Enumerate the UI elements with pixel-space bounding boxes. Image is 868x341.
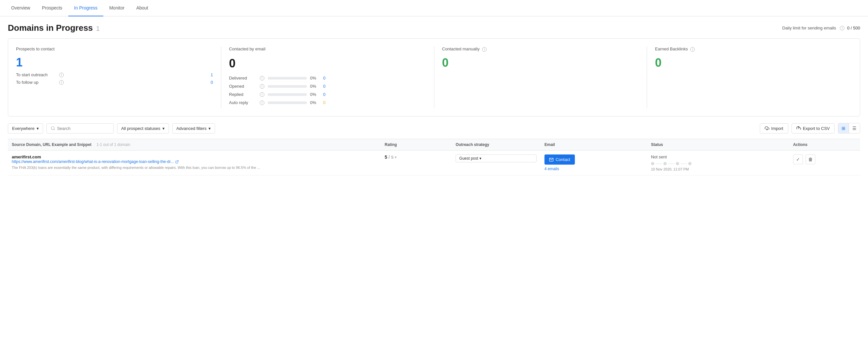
page-title-count: 1 bbox=[96, 25, 100, 32]
page-header: Domains in Progress 1 Daily limit for se… bbox=[0, 17, 868, 38]
domain-url-text: https://www.amerifirst.com/amerifirst-bl… bbox=[12, 160, 174, 164]
export-icon bbox=[797, 126, 801, 131]
advanced-chevron-icon: ▾ bbox=[209, 126, 211, 131]
location-chevron-icon: ▾ bbox=[37, 126, 39, 131]
rating-chevron-icon[interactable]: ▾ bbox=[395, 155, 396, 159]
status-filter[interactable]: All prospect statuses ▾ bbox=[117, 123, 169, 134]
export-label: Export to CSV bbox=[803, 126, 830, 131]
domain-snippet: The FHA 203(k) loans are essentially the… bbox=[12, 165, 377, 170]
prospects-title: Prospects to contact bbox=[16, 47, 213, 51]
svg-line-4 bbox=[177, 160, 178, 162]
email-autoreply-pct: 0% bbox=[310, 100, 320, 105]
prospects-followup-value: 0 bbox=[211, 80, 213, 85]
svg-line-1 bbox=[54, 129, 55, 130]
col-header-rating: Rating bbox=[381, 139, 452, 150]
import-icon bbox=[765, 126, 769, 131]
status-dot-2 bbox=[663, 162, 667, 165]
email-opened-bar bbox=[268, 85, 307, 88]
delete-button[interactable]: 🗑 bbox=[806, 154, 815, 164]
status-label: Not sent bbox=[651, 154, 785, 160]
actions-wrap: ✓ 🗑 bbox=[793, 154, 856, 164]
daily-limit-info-icon[interactable]: i bbox=[840, 26, 844, 30]
import-label: Import bbox=[771, 126, 783, 131]
outreach-label: Guest post bbox=[459, 156, 478, 161]
email-delivered-info-icon[interactable]: i bbox=[260, 76, 265, 81]
tab-monitor[interactable]: Monitor bbox=[103, 0, 130, 17]
page-title-wrap: Domains in Progress 1 bbox=[8, 23, 100, 33]
outreach-button[interactable]: Guest post ▾ bbox=[456, 154, 537, 162]
email-replied-bar bbox=[268, 93, 307, 96]
search-input[interactable] bbox=[57, 126, 110, 131]
prospects-start-value: 1 bbox=[211, 72, 213, 77]
table-wrap: Source Domain, URL Example and Snippet 1… bbox=[0, 139, 868, 175]
grid-view-button[interactable]: ⊞ bbox=[838, 123, 849, 133]
location-filter-label: Everywhere bbox=[12, 126, 35, 131]
tabs-bar: Overview Prospects In Progress Monitor A… bbox=[0, 0, 868, 17]
list-view-button[interactable]: ☰ bbox=[849, 123, 860, 133]
rating-val: 5 bbox=[385, 154, 387, 160]
email-icon bbox=[549, 158, 554, 162]
stats-prospects-section: Prospects to contact 1 To start outreach… bbox=[8, 47, 221, 108]
email-autoreply-info-icon[interactable]: i bbox=[260, 101, 265, 105]
table-cell-status: Not sent 10 Nov 2020, 11:07 PM bbox=[647, 150, 789, 175]
import-button[interactable]: Import bbox=[760, 123, 788, 134]
filters-bar: Everywhere ▾ All prospect statuses ▾ Adv… bbox=[0, 123, 868, 139]
tab-about[interactable]: About bbox=[130, 0, 154, 17]
status-line-3 bbox=[680, 164, 687, 164]
email-opened-label: Opened bbox=[229, 84, 255, 89]
email-replied-info-icon[interactable]: i bbox=[260, 92, 265, 97]
email-big-number: 0 bbox=[229, 57, 426, 70]
status-dot-3 bbox=[676, 162, 679, 165]
email-opened-info-icon[interactable]: i bbox=[260, 84, 265, 89]
contact-label: Contact bbox=[556, 157, 570, 162]
email-autoreply-label: Auto reply bbox=[229, 100, 255, 105]
export-button[interactable]: Export to CSV bbox=[792, 123, 835, 134]
tab-in-progress[interactable]: In Progress bbox=[68, 0, 103, 17]
email-row-autoreply: Auto reply i 0% 0 bbox=[229, 100, 426, 105]
rating-divider: / bbox=[389, 154, 390, 160]
table-cell-email: Contact 4 emails bbox=[540, 150, 647, 175]
outreach-chevron-icon: ▾ bbox=[479, 156, 482, 161]
email-opened-pct: 0% bbox=[310, 84, 320, 89]
email-count[interactable]: 4 emails bbox=[545, 167, 643, 171]
table-row-count: 1-1 out of 1 domain bbox=[96, 142, 130, 147]
domain-url[interactable]: https://www.amerifirst.com/amerifirst-bl… bbox=[12, 160, 377, 164]
email-title: Contacted by email bbox=[229, 47, 426, 51]
view-toggle: ⊞ ☰ bbox=[838, 123, 860, 134]
rating-max: 5 bbox=[391, 155, 394, 160]
email-replied-label: Replied bbox=[229, 92, 255, 97]
col-header-source: Source Domain, URL Example and Snippet 1… bbox=[8, 139, 381, 150]
stats-email-section: Contacted by email 0 Delivered i 0% 0 Op… bbox=[221, 47, 434, 108]
email-row-opened: Opened i 0% 0 bbox=[229, 84, 426, 89]
email-autoreply-count: 0 bbox=[323, 100, 326, 105]
advanced-filter-label: Advanced filters bbox=[177, 126, 207, 131]
table-row: amerifirst.com https://www.amerifirst.co… bbox=[8, 150, 860, 175]
location-filter[interactable]: Everywhere ▾ bbox=[8, 123, 43, 134]
status-dot-4 bbox=[688, 162, 691, 165]
tab-overview[interactable]: Overview bbox=[5, 0, 36, 17]
col-header-status: Status bbox=[647, 139, 789, 150]
backlinks-info-icon[interactable]: i bbox=[690, 47, 695, 52]
tab-prospects[interactable]: Prospects bbox=[36, 0, 68, 17]
daily-limit-value: 0 / 500 bbox=[847, 26, 860, 30]
manual-info-icon[interactable]: i bbox=[482, 47, 487, 52]
email-delivered-bar bbox=[268, 77, 307, 80]
email-replied-pct: 0% bbox=[310, 92, 320, 97]
prospects-big-number: 1 bbox=[16, 57, 213, 68]
external-link-icon bbox=[175, 160, 179, 164]
status-dots bbox=[651, 162, 785, 165]
prospects-start-label: To start outreach bbox=[16, 72, 55, 77]
backlinks-title: Earned Backlinks i bbox=[655, 47, 852, 52]
contact-button[interactable]: Contact bbox=[545, 154, 575, 165]
col-header-outreach: Outreach strategy bbox=[452, 139, 540, 150]
prospects-row-followup: To follow up i 0 bbox=[16, 80, 213, 85]
email-opened-count: 0 bbox=[323, 84, 326, 89]
status-date: 10 Nov 2020, 11:07 PM bbox=[651, 167, 785, 171]
prospects-start-info-icon[interactable]: i bbox=[59, 73, 64, 77]
email-row-replied: Replied i 0% 0 bbox=[229, 92, 426, 97]
advanced-filter[interactable]: Advanced filters ▾ bbox=[172, 123, 215, 134]
prospects-followup-info-icon[interactable]: i bbox=[59, 80, 64, 85]
daily-limit: Daily limit for sending emails i 0 / 500 bbox=[782, 26, 861, 30]
page-title: Domains in Progress bbox=[8, 23, 93, 33]
approve-button[interactable]: ✓ bbox=[793, 154, 803, 164]
